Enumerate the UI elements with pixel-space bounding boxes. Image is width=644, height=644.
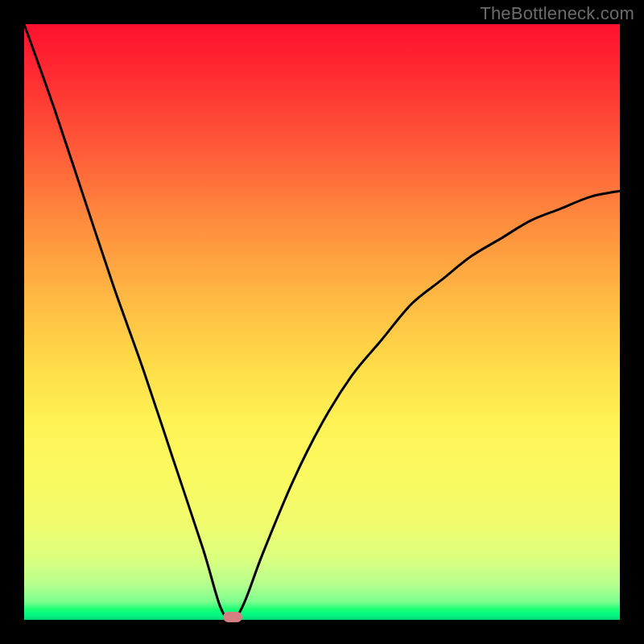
bottleneck-curve bbox=[24, 24, 620, 620]
minimum-marker bbox=[223, 612, 242, 622]
chart-frame: TheBottleneck.com bbox=[0, 0, 644, 644]
plot-area bbox=[24, 24, 620, 620]
watermark-text: TheBottleneck.com bbox=[480, 3, 634, 24]
